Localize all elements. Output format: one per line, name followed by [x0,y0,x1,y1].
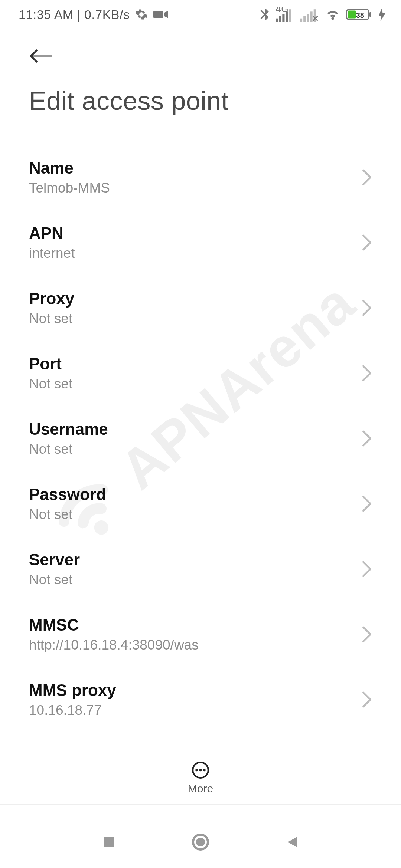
more-label: More [188,782,213,795]
svg-rect-7 [307,14,309,22]
setting-value: Not set [29,311,372,326]
status-right: 4G 38 [259,7,386,22]
setting-title: Password [29,485,372,504]
chevron-right-icon [362,495,372,512]
svg-rect-1 [279,16,281,22]
nav-recents-button[interactable] [96,829,122,855]
setting-row-username[interactable]: UsernameNot set [29,406,372,471]
setting-title: MMSC [29,616,372,634]
svg-rect-3 [286,11,288,22]
android-nav-bar [0,816,401,868]
battery-icon: 38 [346,8,373,21]
svg-point-19 [196,838,205,846]
signal-2-icon [300,7,319,22]
svg-rect-11 [348,11,356,19]
page-title: Edit access point [29,86,229,116]
chevron-right-icon [362,560,372,578]
nav-home-button[interactable] [188,829,213,855]
chevron-right-icon [362,691,372,708]
setting-title: Proxy [29,289,372,308]
setting-title: Name [29,159,372,177]
back-button[interactable] [29,45,52,68]
setting-value: Not set [29,441,372,457]
status-time-text: 11:35 AM [19,7,74,22]
setting-value: http://10.16.18.4:38090/was [29,637,372,653]
more-icon [191,761,210,779]
charging-bolt-icon [378,8,386,21]
chevron-right-icon [362,299,372,316]
signal-1-icon: 4G [276,7,295,22]
setting-row-server[interactable]: ServerNot set [29,536,372,602]
svg-rect-12 [369,12,371,17]
bottom-bar: More [0,757,401,805]
wifi-status-icon [325,8,341,21]
circle-icon [192,833,209,851]
svg-rect-4 [289,9,291,22]
setting-value: Not set [29,376,372,392]
square-icon [102,835,115,849]
svg-rect-2 [282,14,284,22]
svg-point-14 [195,769,198,772]
svg-point-16 [203,769,206,772]
setting-value: 10.16.18.77 [29,703,372,718]
chevron-right-icon [362,234,372,251]
status-time: 11:35 AM | 0.7KB/s [19,7,130,22]
svg-rect-8 [310,11,313,22]
setting-row-apn[interactable]: APNinternet [29,210,372,275]
setting-title: APN [29,224,372,243]
chevron-right-icon [362,626,372,643]
setting-title: Port [29,355,372,373]
setting-row-port[interactable]: PortNot set [29,341,372,406]
setting-title: Username [29,420,372,438]
svg-point-15 [199,769,202,772]
arrow-left-icon [29,49,52,63]
status-bar: 11:35 AM | 0.7KB/s 4G [0,0,401,29]
svg-rect-5 [300,19,302,22]
setting-value: internet [29,246,372,261]
svg-rect-6 [303,16,306,22]
triangle-left-icon [286,835,299,849]
chevron-right-icon [362,430,372,447]
svg-rect-0 [276,19,278,22]
setting-title: MMS proxy [29,681,372,700]
setting-row-proxy[interactable]: ProxyNot set [29,275,372,341]
setting-row-mmsc[interactable]: MMSChttp://10.16.18.4:38090/was [29,602,372,667]
setting-row-password[interactable]: PasswordNot set [29,471,372,536]
more-button[interactable]: More [188,761,213,795]
nav-back-button[interactable] [279,829,305,855]
setting-value: Not set [29,507,372,522]
setting-value: Not set [29,572,372,588]
bluetooth-icon [259,8,270,21]
status-net-speed: 0.7KB/s [84,7,130,22]
camera-icon [153,9,168,20]
setting-row-mmsproxy[interactable]: MMS proxy10.16.18.77 [29,667,372,732]
chevron-right-icon [362,169,372,186]
battery-pct: 38 [356,11,364,19]
settings-list: NameTelmob-MMSAPNinternetProxyNot setPor… [0,145,401,760]
gear-icon [135,8,148,21]
setting-value: Telmob-MMS [29,180,372,196]
setting-title: Server [29,550,372,569]
status-left: 11:35 AM | 0.7KB/s [19,7,168,22]
svg-rect-17 [104,837,114,847]
setting-row-name[interactable]: NameTelmob-MMS [29,145,372,210]
status-sep: | [77,7,84,22]
chevron-right-icon [362,365,372,382]
